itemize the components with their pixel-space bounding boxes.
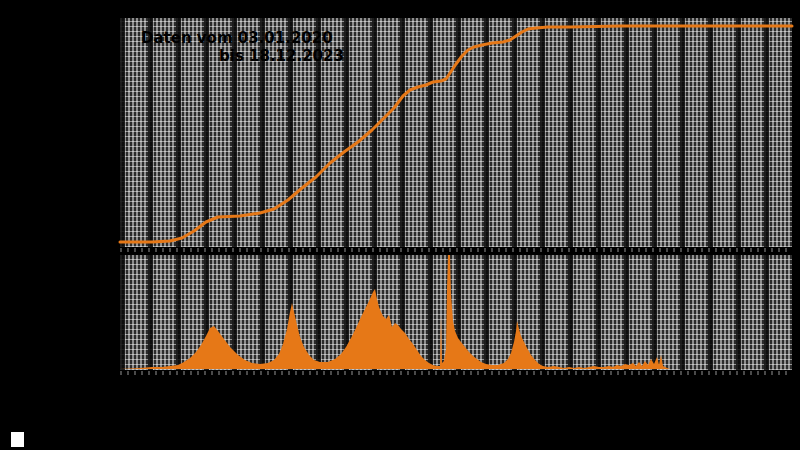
legend-key-swatch <box>11 432 24 447</box>
chart-title-line2: bis 18.12.2023 <box>219 47 344 65</box>
chart-svg <box>0 0 800 450</box>
screenshot-root: Daten vom 03.01.2020 bis 18.12.2023 <box>0 0 800 450</box>
daily-area-path <box>120 255 792 369</box>
chart-title-line1: Daten vom 03.01.2020 <box>141 29 333 47</box>
